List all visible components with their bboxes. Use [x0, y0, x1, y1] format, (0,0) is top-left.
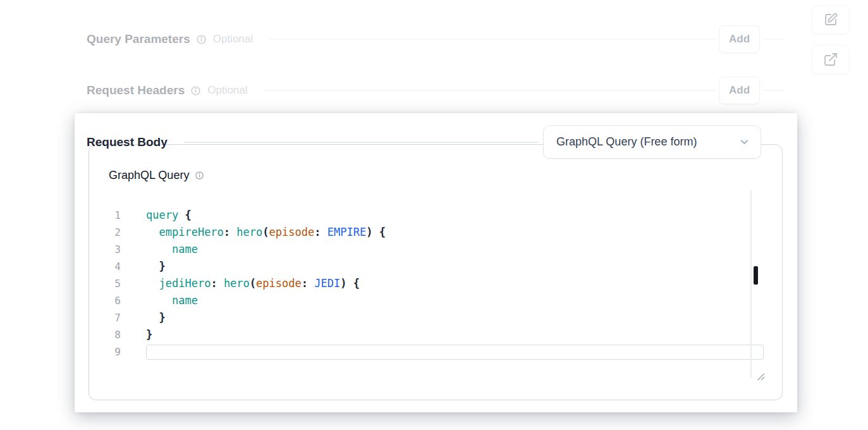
token-field: name [172, 294, 198, 307]
code-line-8[interactable]: } [146, 326, 764, 343]
request-body-panel: Request Body GraphQL Query (Free form) G… [75, 113, 797, 412]
token-plain [146, 311, 159, 324]
request-body-header: Request Body GraphQL Query (Free form) [87, 125, 761, 159]
chevron-down-icon [738, 136, 750, 148]
token-punctuation: } [159, 260, 165, 273]
token-argument: episode [256, 277, 302, 290]
token-punctuation: : [314, 226, 321, 238]
line-number: 5 [89, 275, 121, 292]
code-line-7[interactable]: } [146, 309, 764, 326]
line-number: 1 [89, 207, 121, 224]
token-punctuation: { [353, 277, 360, 290]
token-punctuation: } [146, 328, 152, 341]
graphql-query-label: GraphQL Query [109, 169, 189, 182]
scrollbar-track[interactable] [750, 190, 752, 378]
body-type-selected-value: GraphQL Query (Free form) [556, 135, 697, 149]
token-plain [321, 226, 327, 238]
token-plain [146, 243, 172, 255]
code-line-5[interactable]: jediHero: hero(episode: JEDI) { [146, 275, 764, 292]
line-number: 2 [89, 224, 121, 241]
token-plain [146, 294, 172, 307]
code-line-3[interactable]: name [146, 241, 764, 258]
line-number: 6 [89, 292, 121, 309]
token-field: jediHero [159, 277, 211, 290]
code-line-2[interactable]: empireHero: hero(episode: EMPIRE) { [146, 224, 764, 241]
token-argument: episode [269, 226, 315, 238]
token-field: empireHero [159, 226, 223, 238]
token-punctuation: : [302, 277, 308, 290]
token-plain [146, 260, 159, 273]
token-punctuation: } [159, 311, 165, 324]
token-plain [146, 277, 159, 290]
code-gutter: 123456789 [89, 207, 121, 360]
info-icon [195, 171, 204, 180]
token-enum_value: JEDI [314, 277, 340, 290]
line-number: 7 [89, 309, 121, 326]
token-field: hero [236, 226, 262, 238]
line-number: 9 [89, 343, 121, 360]
token-field: name [172, 243, 198, 255]
token-punctuation: : [211, 277, 217, 290]
token-plain [230, 226, 236, 238]
token-field: hero [224, 277, 250, 290]
code-line-6[interactable]: name [146, 292, 764, 309]
code-line-1[interactable]: query { [146, 207, 764, 224]
line-number: 3 [89, 241, 121, 258]
token-plain [217, 277, 224, 290]
token-enum_value: EMPIRE [327, 226, 366, 238]
body-type-select[interactable]: GraphQL Query (Free form) [543, 125, 761, 159]
code-line-9[interactable] [146, 345, 764, 360]
token-punctuation: ) [366, 226, 372, 238]
token-punctuation: { [185, 209, 191, 221]
divider-line [184, 142, 538, 143]
token-punctuation: { [379, 226, 386, 238]
resize-handle[interactable] [757, 372, 765, 383]
token-punctuation: ( [250, 277, 256, 290]
scrollbar-thumb[interactable] [754, 266, 758, 285]
token-plain [372, 226, 379, 238]
token-plain [346, 277, 353, 290]
graphql-editor-panel: GraphQL Query 123456789 query { empireHe… [89, 144, 783, 400]
token-punctuation: : [224, 226, 230, 238]
graphql-query-label-row: GraphQL Query [109, 169, 204, 182]
token-keyword: query [146, 209, 178, 221]
token-punctuation: ) [340, 277, 346, 290]
code-editor[interactable]: query { empireHero: hero(episode: EMPIRE… [146, 207, 764, 360]
token-plain [146, 226, 159, 238]
code-line-4[interactable]: } [146, 258, 764, 275]
token-plain [178, 209, 185, 221]
line-number: 8 [89, 326, 121, 343]
line-number: 4 [89, 258, 121, 275]
token-punctuation: ( [262, 226, 269, 238]
request-body-title: Request Body [87, 135, 168, 149]
token-plain [308, 277, 314, 290]
